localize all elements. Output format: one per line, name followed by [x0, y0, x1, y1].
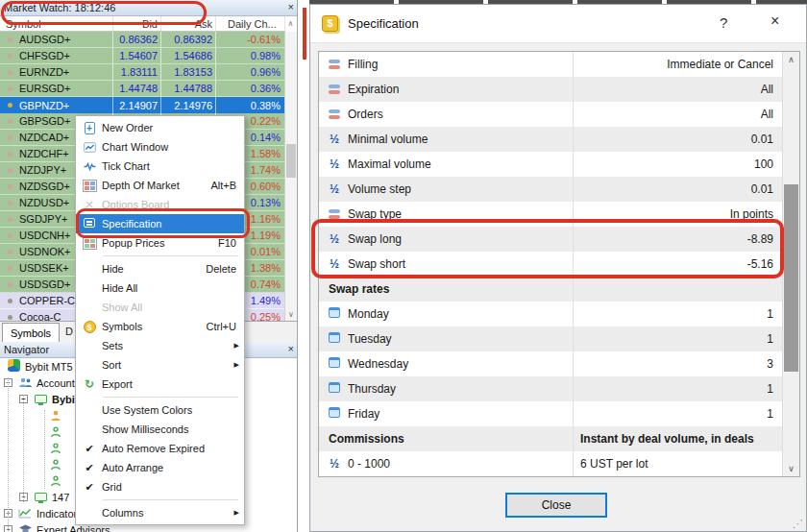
- menu-item-columns[interactable]: Columns▶: [76, 503, 244, 522]
- spec-row-label: ½Maximal volume: [319, 152, 574, 177]
- spec-row-label: Orders: [319, 102, 574, 127]
- spec-label-text: Commissions: [329, 432, 404, 446]
- menu-item-label: Export: [102, 378, 133, 390]
- spec-row-value: 3: [574, 351, 799, 376]
- close-button[interactable]: Close: [505, 493, 607, 518]
- menu-item-popup-prices[interactable]: Popup PricesF10: [76, 233, 244, 253]
- symbol-status-dot-icon: [8, 266, 12, 271]
- menu-item-depth-of-market[interactable]: Depth Of MarketAlt+B: [76, 176, 244, 195]
- symbol-status-dot-icon: [8, 315, 12, 320]
- menu-item-label: Specification: [102, 218, 161, 230]
- menu-item-label: Auto Arrange: [102, 462, 163, 473]
- spec-row-tuesday: Tuesday1: [319, 326, 799, 351]
- menu-item-label: Grid: [102, 481, 122, 493]
- column-header-ask[interactable]: Ask: [161, 16, 216, 31]
- person-green-icon: [50, 443, 61, 454]
- menu-item-options-board[interactable]: ✕Options Board: [76, 195, 244, 214]
- ask-cell: 1.54686: [161, 48, 216, 63]
- scrollbar-thumb[interactable]: [286, 144, 296, 178]
- market-watch-row[interactable]: EURNZD+1.831111.831530.96%: [0, 64, 285, 81]
- menu-item-label: Show Milliseconds: [102, 423, 188, 435]
- column-header-symbol[interactable]: Symbol: [0, 16, 113, 31]
- market-watch-scrollbar[interactable]: ∨: [284, 32, 297, 321]
- spec-row-label: ½Minimal volume: [319, 127, 574, 152]
- popup-prices-icon: [83, 237, 97, 250]
- spec-row-label: Thursday: [319, 376, 574, 401]
- tree-connector: [8, 377, 9, 531]
- menu-item-show-milliseconds[interactable]: Show Milliseconds: [76, 420, 244, 439]
- tree-connector: [23, 395, 24, 502]
- spec-row-value: In points: [574, 202, 799, 227]
- check-icon: ✔: [85, 481, 93, 494]
- spec-label-text: 0 - 1000: [348, 457, 390, 471]
- stack-icon: [329, 109, 340, 119]
- symbol-name: NZDSGD+: [19, 181, 70, 192]
- menu-item-chart-window[interactable]: Chart Window: [76, 137, 244, 157]
- close-icon[interactable]: ×: [770, 12, 779, 30]
- market-watch-titlebar[interactable]: Market Watch: 18:12:46 ×: [0, 0, 297, 16]
- expert-advisors-icon: [18, 524, 33, 532]
- market-watch-row[interactable]: EURSGD+1.447481.447880.36%: [0, 81, 285, 97]
- menu-item-auto-remove-expired[interactable]: ✔Auto Remove Expired: [76, 439, 244, 458]
- menu-item-show-all[interactable]: Show All: [76, 298, 244, 317]
- dialog-titlebar[interactable]: $ Specification ? ×: [310, 5, 806, 43]
- spec-label-text: Minimal volume: [348, 133, 428, 146]
- symbol-name: NZDUSD+: [19, 197, 69, 208]
- menu-item-export[interactable]: ↻Export: [76, 375, 244, 394]
- spec-row-swap-short: ½Swap short-5.16: [319, 252, 799, 277]
- market-watch-title: Market Watch: 18:12:46: [4, 2, 115, 13]
- tree-item-label: Bybit MT5: [25, 361, 73, 373]
- menu-item-hide-all[interactable]: Hide All: [76, 278, 244, 298]
- menu-item-new-order[interactable]: +New Order: [76, 118, 244, 137]
- tab-details[interactable]: D: [65, 326, 73, 337]
- spec-label-text: Thursday: [348, 382, 396, 396]
- scroll-up-icon[interactable]: ∧: [783, 55, 799, 64]
- menu-item-symbols[interactable]: $SymbolsCtrl+U: [76, 317, 244, 336]
- spec-row-swap-long: ½Swap long-8.89: [319, 227, 799, 252]
- spec-label-text: Expiration: [348, 83, 399, 96]
- menu-item-label: New Order: [102, 122, 153, 133]
- options-board-icon: ✕: [85, 199, 93, 211]
- market-watch-row[interactable]: AUDSGD+0.863620.86392-0.61%: [0, 32, 285, 48]
- half-icon: ½: [330, 133, 339, 146]
- help-icon[interactable]: ?: [720, 14, 727, 31]
- scroll-down-icon[interactable]: ∨: [783, 464, 799, 473]
- spec-row-value: 6 UST per lot: [574, 451, 799, 476]
- column-header-bid[interactable]: Bid: [113, 16, 161, 31]
- spec-row-value: 0.01: [574, 127, 799, 152]
- tab-symbols[interactable]: Symbols: [2, 323, 60, 343]
- spec-row-value: Instant by deal volume, in deals: [574, 426, 799, 451]
- scrollbar-thumb[interactable]: [784, 184, 798, 372]
- dialog-scrollbar[interactable]: ∧ ∨: [782, 52, 799, 476]
- stack-icon: [329, 85, 340, 94]
- spec-row-value: All: [574, 77, 799, 102]
- red-annotation-line: [303, 8, 306, 60]
- calendar-icon: [329, 357, 340, 371]
- check-icon: ✔: [81, 481, 98, 494]
- scroll-down-icon[interactable]: ∨: [285, 310, 297, 319]
- menu-item-grid[interactable]: ✔Grid: [76, 477, 244, 496]
- menu-item-sort[interactable]: Sort▶: [76, 355, 244, 375]
- bid-cell: 1.54607: [113, 48, 161, 63]
- symbols-coin-icon: $: [322, 15, 338, 32]
- market-watch-row[interactable]: GBPNZD+2.149072.149760.38%: [0, 97, 285, 113]
- close-icon[interactable]: ×: [288, 1, 294, 12]
- menu-item-use-system-colors[interactable]: Use System Colors: [76, 400, 244, 420]
- menu-item-specification[interactable]: Specification: [76, 214, 244, 233]
- market-watch-row[interactable]: CHFSGD+1.546071.546860.98%: [0, 48, 285, 64]
- spec-row-label: Tuesday: [319, 326, 574, 351]
- menu-item-tick-chart[interactable]: Tick Chart: [76, 157, 244, 176]
- menu-item-hide[interactable]: HideDelete: [76, 259, 244, 278]
- spec-row-filling: FillingImmediate or Cancel: [319, 52, 799, 77]
- resize-grip-icon[interactable]: ⋰: [793, 518, 803, 530]
- daily-change-value: 0.14%: [251, 132, 281, 143]
- menu-item-auto-arrange[interactable]: ✔Auto Arrange: [76, 458, 244, 477]
- spec-row-value: -8.89: [574, 227, 799, 252]
- menu-item-sets[interactable]: Sets▶: [76, 336, 244, 355]
- scroll-up-icon[interactable]: ∧: [284, 16, 297, 32]
- column-header-daily[interactable]: Daily Ch...: [216, 16, 285, 31]
- close-icon[interactable]: ×: [288, 343, 294, 354]
- spec-label-text: Monday: [348, 307, 389, 321]
- chart-window-icon: [84, 142, 96, 153]
- calendar-icon: [329, 382, 340, 396]
